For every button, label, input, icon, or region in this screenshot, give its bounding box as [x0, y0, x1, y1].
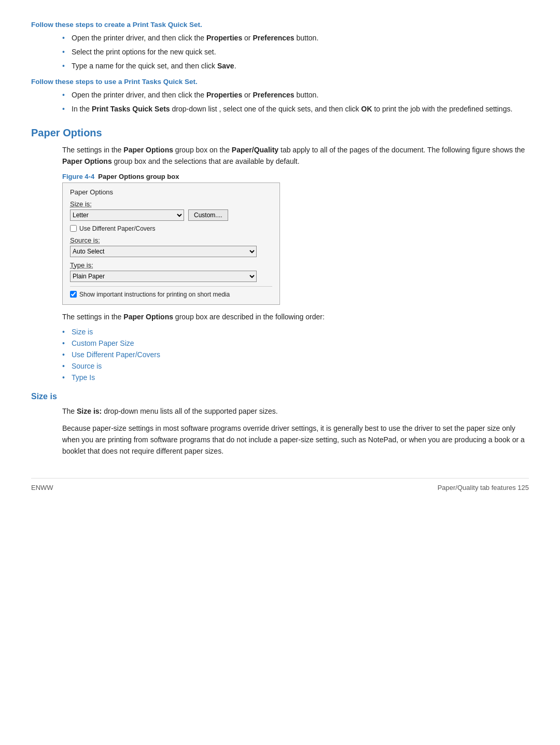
footer-left: ENWW: [31, 484, 53, 491]
show-label: Show important instructions for printing…: [79, 291, 230, 298]
link-type-is[interactable]: Type Is: [62, 373, 529, 382]
use-steps-list: Open the printer driver, and then click …: [62, 90, 529, 115]
settings-described-text: The settings in the Paper Options group …: [62, 311, 529, 322]
source-dropdown[interactable]: Auto Select: [70, 246, 257, 257]
create-step-3: Type a name for the quick set, and then …: [62, 61, 529, 72]
figure-label: Figure 4-4 Paper Options group box: [62, 173, 529, 180]
custom-button[interactable]: Custom....: [188, 209, 228, 221]
type-dropdown[interactable]: Plain Paper: [70, 271, 257, 282]
create-step-2: Select the print options for the new qui…: [62, 47, 529, 58]
create-step-1: Open the printer driver, and then click …: [62, 33, 529, 44]
use-different-link[interactable]: Use Different Paper/Covers: [72, 350, 160, 359]
source-is-label: Source is:: [70, 236, 272, 244]
type-is-row: Type is: Plain Paper: [70, 261, 272, 282]
show-row: Show important instructions for printing…: [70, 286, 272, 298]
size-dropdown[interactable]: Letter: [70, 209, 184, 221]
link-source-is[interactable]: Source is: [62, 362, 529, 370]
links-list: Size is Custom Paper Size Use Different …: [62, 328, 529, 382]
use-step-2: In the Print Tasks Quick Sets drop-down …: [62, 104, 529, 115]
size-is-para1: The Size is: drop-down menu lists all of…: [62, 405, 529, 417]
follow-use-heading: Follow these steps to use a Print Tasks …: [31, 78, 529, 86]
link-custom-paper[interactable]: Custom Paper Size: [62, 339, 529, 347]
size-is-label: Size is:: [70, 200, 272, 208]
type-is-label: Type is:: [70, 261, 272, 269]
source-is-row: Source is: Auto Select: [70, 236, 272, 257]
use-different-row: Use Different Paper/Covers: [70, 225, 272, 232]
paper-options-intro: The settings in the Paper Options group …: [62, 144, 529, 167]
figure-title: Paper Options group box: [98, 173, 179, 180]
use-different-checkbox[interactable]: [70, 225, 77, 232]
custom-paper-link[interactable]: Custom Paper Size: [72, 339, 134, 347]
type-is-link[interactable]: Type Is: [72, 373, 95, 382]
box-title: Paper Options: [70, 188, 272, 196]
link-use-different[interactable]: Use Different Paper/Covers: [62, 350, 529, 359]
size-is-section-title: Size is: [31, 392, 529, 401]
use-different-label: Use Different Paper/Covers: [79, 225, 156, 232]
follow-create-heading: Follow these steps to create a Print Tas…: [31, 21, 529, 29]
source-is-link[interactable]: Source is: [72, 362, 102, 370]
create-steps-list: Open the printer driver, and then click …: [62, 33, 529, 72]
paper-options-title: Paper Options: [31, 127, 529, 139]
show-checkbox[interactable]: [70, 291, 77, 298]
size-is-para2: Because paper-size settings in most soft…: [62, 423, 529, 457]
size-is-row: Size is: Letter Custom....: [70, 200, 272, 221]
size-is-link[interactable]: Size is: [72, 328, 93, 336]
footer: ENWW Paper/Quality tab features 125: [31, 478, 529, 491]
link-size-is[interactable]: Size is: [62, 328, 529, 336]
use-step-1: Open the printer driver, and then click …: [62, 90, 529, 101]
footer-right: Paper/Quality tab features 125: [438, 484, 529, 491]
paper-options-box: Paper Options Size is: Letter Custom....…: [62, 182, 280, 305]
